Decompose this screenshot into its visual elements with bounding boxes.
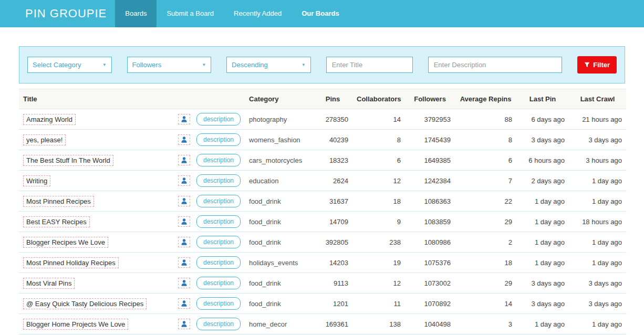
- followers-cell: 3792953: [405, 109, 455, 130]
- collaborators-person-button[interactable]: [178, 237, 190, 247]
- followers-cell: 1649385: [405, 150, 455, 171]
- col-header-title: Title: [19, 89, 245, 109]
- last-crawl-cell: 3 days ago: [569, 294, 626, 314]
- boards-table: Title Category Pins Collaborators Follow…: [19, 89, 626, 334]
- description-button[interactable]: description: [196, 195, 241, 207]
- collaborators-cell: 12: [352, 273, 405, 294]
- last-crawl-cell: 18 hours ago: [569, 212, 626, 232]
- board-title-link[interactable]: Most Viral Pins: [23, 278, 75, 289]
- title-input[interactable]: [326, 57, 413, 73]
- category-select[interactable]: Select Category ▼: [27, 57, 112, 73]
- main-nav: Boards Submit a Board Recently Added Our…: [115, 0, 349, 27]
- board-title-link[interactable]: The Best Stuff In The World: [23, 155, 113, 166]
- collaborators-icon-cell: [174, 130, 192, 150]
- title-cell: The Best Stuff In The World: [19, 150, 174, 171]
- category-cell: food_drink: [245, 273, 313, 294]
- collaborators-cell: 19: [352, 253, 405, 273]
- description-cell: description: [192, 314, 245, 334]
- order-select[interactable]: Descending ▼: [226, 57, 311, 73]
- last-pin-cell: 1 day ago: [516, 232, 569, 253]
- description-button[interactable]: description: [196, 256, 241, 269]
- nav-item-boards[interactable]: Boards: [115, 0, 157, 27]
- person-icon: [181, 320, 188, 328]
- collaborators-cell: 8: [352, 130, 405, 150]
- last-crawl-cell: 3 days ago: [569, 273, 626, 294]
- avg-repins-cell: 2: [455, 232, 516, 253]
- nav-item-recently-added[interactable]: Recently Added: [224, 0, 292, 27]
- category-select-value: Select Category: [33, 61, 81, 69]
- collaborators-person-button[interactable]: [178, 134, 190, 145]
- col-header-average-repins: Average Repins: [455, 89, 516, 109]
- last-pin-cell: 2 days ago: [516, 171, 569, 191]
- sort-by-select-value: Followers: [132, 61, 162, 69]
- title-cell: Most Pinned Holiday Recipes: [19, 253, 174, 273]
- board-title-link[interactable]: Best EASY Recipes: [23, 216, 90, 227]
- collaborators-cell: 12: [352, 171, 405, 191]
- collaborators-icon-cell: [174, 171, 192, 191]
- last-pin-cell: 1 day ago: [516, 212, 569, 232]
- table-row: Blogger Recipes We Love description food…: [19, 232, 626, 253]
- board-title-link[interactable]: Writing: [23, 175, 50, 186]
- collaborators-person-button[interactable]: [178, 216, 190, 227]
- description-button[interactable]: description: [196, 277, 241, 289]
- last-pin-cell: 3 days ago: [516, 130, 569, 150]
- collaborators-person-button[interactable]: [178, 319, 190, 329]
- collaborators-person-button[interactable]: [178, 298, 190, 309]
- pins-cell: 2624: [313, 171, 352, 191]
- collaborators-person-button[interactable]: [178, 155, 190, 165]
- nav-item-submit-a-board[interactable]: Submit a Board: [157, 0, 224, 27]
- order-select-value: Descending: [232, 61, 268, 69]
- board-title-link[interactable]: @ Easy Quick Tasty Delicious Recipes: [23, 298, 147, 309]
- description-button[interactable]: description: [196, 297, 241, 310]
- category-cell: holidays_events: [245, 253, 313, 273]
- filter-button[interactable]: Filter: [577, 56, 617, 74]
- description-button[interactable]: description: [196, 215, 241, 228]
- avg-repins-cell: 18: [455, 253, 516, 273]
- description-button[interactable]: description: [196, 318, 241, 330]
- table-row: yes, please! description womens_fashion …: [19, 130, 626, 150]
- sort-by-select[interactable]: Followers ▼: [127, 57, 212, 73]
- collaborators-person-button[interactable]: [178, 175, 190, 186]
- brand-logo[interactable]: PIN GROUPIE: [0, 0, 115, 27]
- collaborators-cell: 9: [352, 212, 405, 232]
- person-icon: [181, 218, 188, 225]
- last-crawl-cell: 1 day ago: [569, 191, 626, 212]
- description-button[interactable]: description: [196, 133, 241, 146]
- category-cell: photography: [245, 109, 313, 130]
- avg-repins-cell: 3: [455, 314, 516, 334]
- description-button[interactable]: description: [196, 174, 241, 187]
- category-cell: food_drink: [245, 294, 313, 314]
- avg-repins-cell: 22: [455, 191, 516, 212]
- board-title-link[interactable]: Most Pinned Recipes: [23, 196, 94, 207]
- avg-repins-cell: 8: [455, 130, 516, 150]
- table-row: Most Viral Pins description food_drink 9…: [19, 273, 626, 294]
- category-cell: food_drink: [245, 191, 313, 212]
- col-header-last-pin: Last Pin: [516, 89, 569, 109]
- followers-cell: 1070892: [405, 294, 455, 314]
- boards-table-body: Amazing World description photography 27…: [19, 109, 626, 334]
- board-title-link[interactable]: yes, please!: [23, 134, 66, 145]
- description-button[interactable]: description: [196, 154, 241, 166]
- board-title-link[interactable]: Amazing World: [23, 114, 76, 125]
- nav-item-our-boards[interactable]: Our Boards: [292, 0, 349, 27]
- filter-button-label: Filter: [593, 61, 610, 69]
- person-icon: [181, 136, 188, 143]
- collaborators-icon-cell: [174, 232, 192, 253]
- description-button[interactable]: description: [196, 236, 241, 248]
- collaborators-person-button[interactable]: [178, 278, 190, 288]
- board-title-link[interactable]: Blogger Home Projects We Love: [23, 319, 128, 330]
- collaborators-cell: 11: [352, 294, 405, 314]
- description-button[interactable]: description: [196, 113, 241, 125]
- collaborators-person-button[interactable]: [178, 114, 190, 124]
- chevron-down-icon: ▼: [102, 62, 107, 67]
- board-title-link[interactable]: Blogger Recipes We Love: [23, 237, 108, 248]
- pins-cell: 9113: [313, 273, 352, 294]
- last-pin-cell: 6 days ago: [516, 109, 569, 130]
- collaborators-icon-cell: [174, 150, 192, 171]
- board-title-link[interactable]: Most Pinned Holiday Recipes: [23, 257, 119, 268]
- followers-cell: 1086363: [405, 191, 455, 212]
- top-nav-bar: PIN GROUPIE Boards Submit a Board Recent…: [0, 0, 644, 27]
- collaborators-person-button[interactable]: [178, 196, 190, 206]
- collaborators-person-button[interactable]: [178, 257, 190, 268]
- description-input[interactable]: [428, 57, 563, 73]
